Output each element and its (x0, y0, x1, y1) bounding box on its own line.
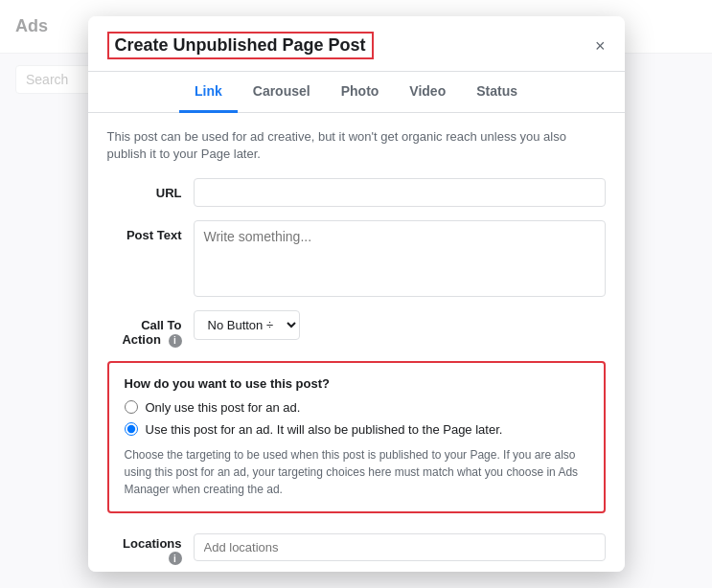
post-text-row: Post Text (107, 220, 606, 297)
locations-input[interactable] (194, 533, 606, 561)
post-usage-title: How do you want to use this post? (125, 376, 588, 391)
modal-dialog: Create Unpublished Page Post × Link Caro… (88, 16, 625, 572)
cta-row: Call To Action i No Button ÷ (107, 310, 606, 348)
radio-option-1-label[interactable]: Only use this post for an ad. (146, 400, 301, 415)
modal-title: Create Unpublished Page Post (107, 32, 374, 59)
tab-link[interactable]: Link (179, 72, 238, 113)
radio-only-ad[interactable] (125, 400, 138, 414)
post-usage-note: Choose the targeting to be used when thi… (125, 446, 588, 498)
post-text-label: Post Text (107, 220, 194, 242)
close-button[interactable]: × (595, 37, 606, 55)
tab-video[interactable]: Video (394, 72, 461, 113)
radio-ad-and-publish[interactable] (125, 422, 138, 436)
modal-body: This post can be used for ad creative, b… (88, 113, 625, 572)
modal-backdrop: Create Unpublished Page Post × Link Caro… (0, 0, 712, 588)
post-usage-box: How do you want to use this post? Only u… (107, 361, 606, 513)
tab-status[interactable]: Status (461, 72, 533, 113)
radio-option-2: Use this post for an ad. It will also be… (125, 422, 588, 437)
url-label: URL (107, 178, 194, 200)
cta-select[interactable]: No Button ÷ (194, 310, 300, 340)
post-text-input[interactable] (194, 220, 606, 297)
url-row: URL (107, 178, 606, 207)
tab-carousel[interactable]: Carousel (238, 72, 326, 113)
locations-info-icon[interactable]: i (169, 552, 182, 565)
tab-photo[interactable]: Photo (326, 72, 395, 113)
cta-label: Call To Action i (107, 310, 194, 348)
radio-option-1: Only use this post for an ad. (125, 400, 588, 415)
locations-row: Locations i (107, 529, 606, 566)
modal-header: Create Unpublished Page Post × (88, 16, 625, 72)
locations-label: Locations i (107, 529, 194, 566)
info-text: This post can be used for ad creative, b… (107, 128, 606, 163)
radio-option-2-label[interactable]: Use this post for an ad. It will also be… (146, 422, 503, 437)
url-input[interactable] (194, 178, 606, 207)
cta-info-icon[interactable]: i (169, 334, 182, 348)
tabs-container: Link Carousel Photo Video Status (88, 72, 625, 113)
